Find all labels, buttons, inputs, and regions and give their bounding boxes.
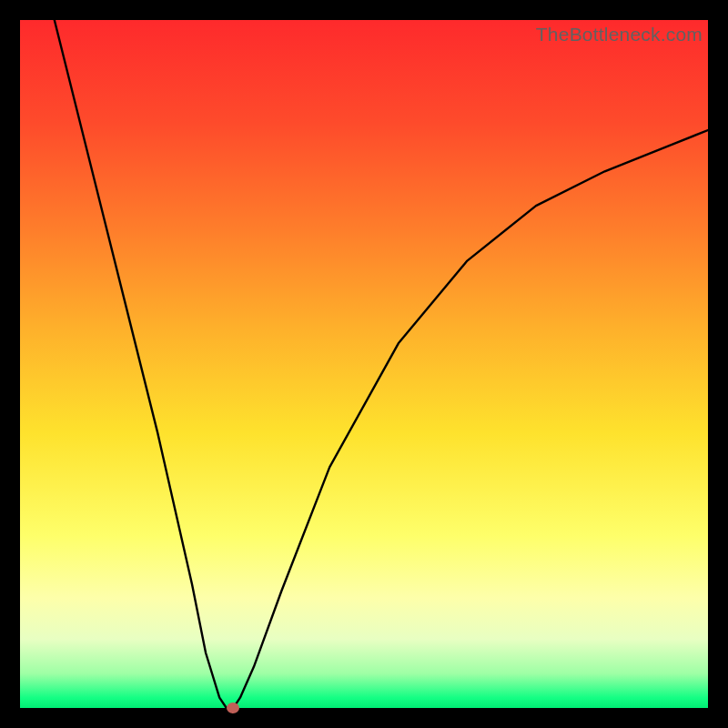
bottleneck-curve (20, 20, 708, 708)
curve-path (55, 20, 708, 708)
plot-area: TheBottleneck.com (20, 20, 708, 708)
chart-frame: TheBottleneck.com (0, 0, 728, 728)
optimal-point-marker (227, 703, 239, 713)
